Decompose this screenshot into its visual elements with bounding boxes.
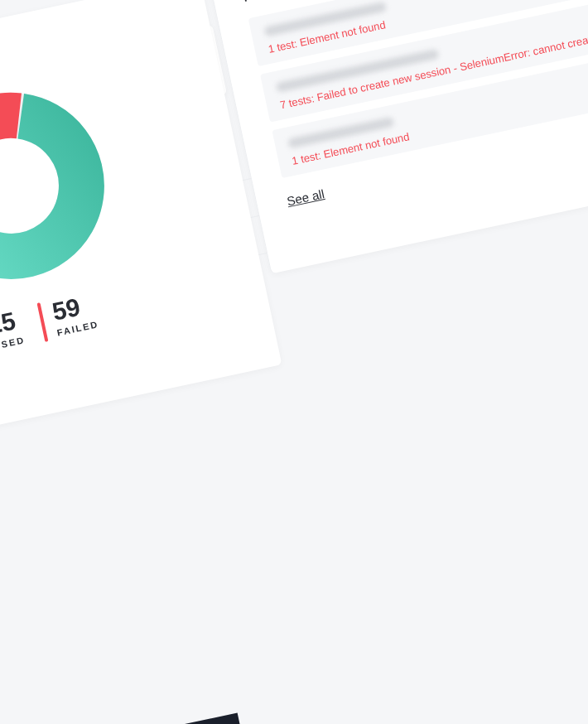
passed-label: PASSED [0,335,26,354]
execution-donut-chart [0,63,134,309]
failed-stat: 59 FAILED [37,292,100,342]
see-all-link[interactable]: See all [286,186,325,208]
failed-bar-icon [37,302,49,342]
passed-stat: 525 PASSED [0,307,26,359]
failed-executions-panel: FAILED REMOTE EXECUTIONS 1 test: Element… [207,0,588,273]
failed-count: 59 [51,292,97,325]
dark-corner-decor [0,712,289,724]
